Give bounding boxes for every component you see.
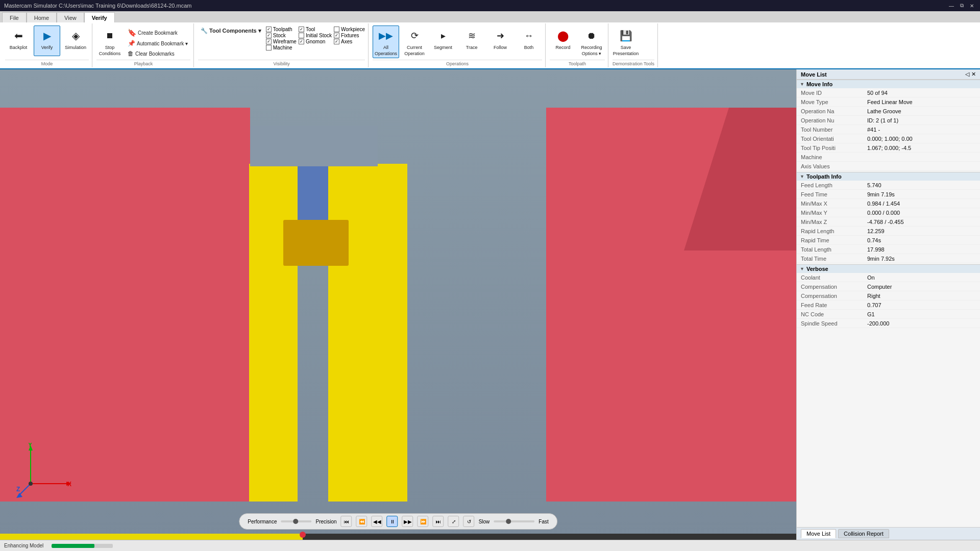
- wireframe-chk[interactable]: [266, 39, 272, 44]
- recording-options-icon: ⏺: [583, 28, 600, 44]
- rewind-start-button[interactable]: ⏪: [356, 516, 368, 527]
- automatic-bookmark-button[interactable]: 📌 Automatic Bookmark ▾: [125, 39, 190, 48]
- initial-stock-checkbox[interactable]: Initial Stock: [299, 33, 332, 38]
- follow-button[interactable]: ➜ Follow: [487, 26, 513, 56]
- all-operations-button[interactable]: ▶▶ All Operations: [373, 26, 399, 58]
- wireframe-checkbox[interactable]: Wireframe: [266, 39, 297, 44]
- segment-button[interactable]: ▸ Segment: [430, 26, 456, 56]
- close-button[interactable]: ✕: [968, 2, 976, 10]
- skip-to-end-button[interactable]: ⏭: [433, 516, 444, 527]
- coolant-row: Coolant On: [797, 273, 980, 282]
- simulation-button[interactable]: ◈ Simulation: [62, 26, 89, 56]
- step-back-button[interactable]: ◀◀: [372, 516, 383, 527]
- performance-thumb[interactable]: [293, 519, 298, 524]
- fixtures-chk[interactable]: [334, 33, 339, 38]
- tool-checkbox[interactable]: Tool: [299, 27, 332, 32]
- skip-to-start-button[interactable]: ⏮: [341, 516, 352, 527]
- backplot-button[interactable]: ⬅ Backplot: [5, 26, 32, 56]
- rapid-length-row: Rapid Length 12.259: [797, 227, 980, 236]
- trace-button[interactable]: ≋ Trace: [458, 26, 485, 56]
- gnomon-chk[interactable]: [299, 39, 304, 44]
- performance-label: Performance: [248, 519, 277, 524]
- move-type-label: Move Type: [801, 99, 867, 105]
- pause-play-button[interactable]: ⏸: [387, 516, 398, 527]
- rapid-time-row: Rapid Time 0.74s: [797, 236, 980, 245]
- feed-rate-label: Feed Rate: [801, 302, 867, 308]
- nc-code-label: NC Code: [801, 311, 867, 317]
- minimize-button[interactable]: —: [947, 2, 955, 10]
- expand-button[interactable]: ⤢: [448, 516, 459, 527]
- stop-conditions-button[interactable]: ⏹ Stop Conditions: [96, 26, 123, 58]
- collision-report-tab[interactable]: Collision Report: [838, 529, 889, 538]
- tool-components-icon: 🔧: [201, 28, 208, 34]
- playback-items: 🔖 Create Bookmark 📌 Automatic Bookmark ▾…: [125, 26, 190, 58]
- viewport[interactable]: Y X Z Performance: [0, 69, 796, 540]
- move-info-header[interactable]: ▼ Move Info: [797, 80, 980, 88]
- mode-buttons: ⬅ Backplot ▶ Verify ◈ Simulation: [5, 24, 89, 59]
- panel-close-button[interactable]: ✕: [971, 71, 976, 78]
- record-button[interactable]: ⬤ Record: [550, 26, 576, 56]
- initial-stock-chk[interactable]: [299, 33, 304, 38]
- feed-time-value: 9min 7.19s: [867, 191, 895, 197]
- toolpath-info-header[interactable]: ▼ Toolpath Info: [797, 172, 980, 181]
- current-operation-icon: ⟳: [406, 28, 423, 44]
- toolpath-checkbox[interactable]: Toolpath: [266, 27, 297, 32]
- tool-chk[interactable]: [299, 27, 304, 32]
- speed-slider[interactable]: [494, 520, 534, 522]
- save-presentation-button[interactable]: 💾 Save Presentation: [612, 26, 639, 58]
- verify-button[interactable]: ▶ Verify: [34, 26, 60, 56]
- compensation-type-value: Computer: [867, 284, 892, 290]
- speed-thumb[interactable]: [506, 519, 511, 524]
- min-max-z-label: Min/Max Z: [801, 219, 867, 225]
- both-icon: ↔: [521, 28, 537, 44]
- tab-file[interactable]: File: [2, 12, 27, 22]
- panel-collapse-button[interactable]: ◁: [965, 71, 969, 78]
- maximize-button[interactable]: ⧉: [958, 2, 966, 10]
- machine-label: Machine: [801, 154, 867, 160]
- window-controls[interactable]: — ⧉ ✕: [947, 2, 976, 10]
- progress-bar-area[interactable]: [0, 534, 796, 540]
- machine-chk[interactable]: [266, 45, 272, 51]
- move-info-collapse-icon: ▼: [800, 82, 804, 87]
- right-yellow-block: [328, 164, 407, 502]
- tab-home[interactable]: Home: [27, 12, 57, 22]
- min-max-z-row: Min/Max Z -4.768 / -0.455: [797, 217, 980, 227]
- workpiece-checkbox[interactable]: Workpiece: [334, 27, 365, 32]
- machine-checkbox[interactable]: Machine: [266, 45, 297, 51]
- clear-bookmarks-button[interactable]: 🗑 Clear Bookmarks: [125, 49, 190, 58]
- ribbon-group-toolpath: ⬤ Record ⏺ Recording Options ▾ Toolpath: [547, 23, 608, 67]
- progress-dot[interactable]: [300, 532, 306, 538]
- panel-controls[interactable]: ◁ ✕: [965, 71, 976, 78]
- stop-conditions-icon: ⏹: [102, 28, 118, 44]
- move-list-tab[interactable]: Move List: [801, 529, 836, 538]
- toolpath-chk[interactable]: [266, 27, 272, 32]
- stock-chk[interactable]: [266, 33, 272, 38]
- fast-label: Fast: [538, 519, 548, 524]
- feed-time-label: Feed Time: [801, 191, 867, 197]
- both-button[interactable]: ↔ Both: [516, 26, 542, 56]
- tab-view[interactable]: View: [57, 12, 84, 22]
- performance-slider[interactable]: [281, 520, 311, 522]
- tool-components-button[interactable]: 🔧 Tool Components ▾: [198, 27, 264, 35]
- create-bookmark-button[interactable]: 🔖 Create Bookmark: [125, 28, 190, 38]
- loop-button[interactable]: ↺: [463, 516, 475, 527]
- verbose-header[interactable]: ▼ Verbose: [797, 264, 980, 273]
- axes-checkbox[interactable]: Axes: [334, 39, 365, 44]
- tab-verify[interactable]: Verify: [84, 12, 115, 22]
- feed-length-row: Feed Length 5.740: [797, 181, 980, 190]
- svg-point-9: [29, 482, 33, 486]
- axes-chk[interactable]: [334, 39, 339, 44]
- fixtures-checkbox[interactable]: Fixtures: [334, 33, 365, 38]
- toolpath-content: ⬤ Record ⏺ Recording Options ▾: [550, 24, 605, 59]
- recording-options-button[interactable]: ⏺ Recording Options ▾: [578, 26, 605, 58]
- bookmark-icon: 🔖: [128, 29, 136, 37]
- current-operation-button[interactable]: ⟳ Current Operation: [401, 26, 428, 58]
- step-forward-button[interactable]: ▶▶: [402, 516, 413, 527]
- operation-name-value: Lathe Groove: [867, 108, 901, 114]
- visibility-content: 🔧 Tool Components ▾ Toolpath Stock: [198, 24, 365, 59]
- gnomon-checkbox[interactable]: Gnomon: [299, 39, 332, 44]
- 3d-scene: Y X Z Performance: [0, 69, 796, 540]
- stock-checkbox[interactable]: Stock: [266, 33, 297, 38]
- workpiece-chk[interactable]: [334, 27, 339, 32]
- fast-forward-button[interactable]: ⏩: [418, 516, 429, 527]
